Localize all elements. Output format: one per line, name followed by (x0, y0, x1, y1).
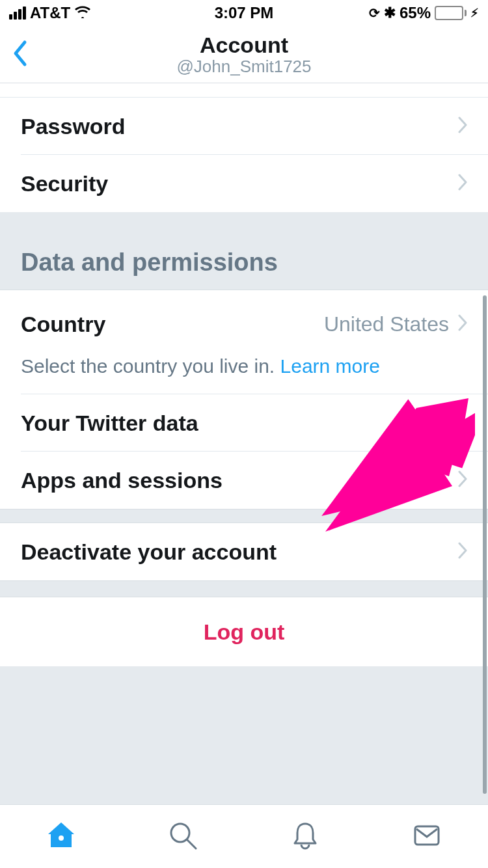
status-time: 3:07 PM (215, 4, 274, 22)
row-your-twitter-data[interactable]: Your Twitter data (0, 394, 488, 452)
tab-bar (0, 804, 488, 868)
status-bar: AT&T 3:07 PM ⟳ ✱ 65% ⚡︎ (0, 0, 488, 26)
tab-messages[interactable] (410, 819, 444, 855)
home-icon (44, 819, 78, 852)
tab-search[interactable] (166, 819, 200, 855)
svg-rect-6 (415, 826, 439, 845)
cellular-signal-icon (9, 7, 26, 20)
nav-header: Account @John_Smit1725 (0, 26, 488, 83)
chevron-right-icon (458, 470, 467, 490)
orientation-lock-icon: ⟳ (369, 5, 380, 21)
tab-notifications[interactable] (288, 819, 322, 855)
row-label: Password (21, 114, 126, 139)
row-deactivate-account[interactable]: Deactivate your account (0, 523, 488, 580)
group-data-permissions: Country United States Select the country… (0, 290, 488, 509)
svg-point-3 (59, 835, 64, 841)
row-label: Security (21, 171, 108, 197)
chevron-right-icon (458, 174, 467, 193)
group-login: Password Security (0, 98, 488, 212)
content-scroll[interactable]: Password Security Data and permissions C… (0, 83, 488, 804)
row-country[interactable]: Country United States (0, 290, 488, 344)
page-subtitle: @John_Smit1725 (176, 57, 311, 77)
status-left: AT&T (9, 4, 91, 22)
country-helper-text: Select the country you live in. Learn mo… (0, 344, 488, 394)
logout-label: Log out (204, 619, 285, 645)
svg-line-5 (187, 840, 196, 848)
search-icon (166, 819, 200, 852)
chevron-left-icon (12, 40, 27, 67)
mail-icon (410, 819, 444, 852)
chevron-right-icon (458, 314, 467, 334)
charging-icon: ⚡︎ (470, 6, 479, 20)
row-value: United States (324, 312, 449, 336)
scroll-indicator (483, 295, 487, 794)
learn-more-link[interactable]: Learn more (280, 355, 380, 377)
carrier-label: AT&T (30, 4, 70, 22)
wifi-icon (74, 4, 91, 22)
page-title: Account (176, 33, 311, 58)
row-label: Your Twitter data (21, 411, 198, 436)
bluetooth-icon: ✱ (384, 5, 396, 21)
svg-point-4 (171, 824, 189, 842)
spacer (0, 509, 488, 523)
chevron-right-icon (458, 116, 467, 136)
row-label: Deactivate your account (21, 539, 277, 565)
row-password[interactable]: Password (0, 98, 488, 155)
nav-title-wrap: Account @John_Smit1725 (176, 33, 311, 77)
group-deactivate: Deactivate your account (0, 523, 488, 580)
row-label: Apps and sessions (21, 468, 223, 493)
battery-percent: 65% (400, 4, 431, 22)
bell-icon (288, 819, 322, 852)
section-header-data-permissions: Data and permissions (0, 212, 488, 290)
spacer (0, 580, 488, 597)
chevron-right-icon (458, 542, 467, 562)
row-apps-and-sessions[interactable]: Apps and sessions (0, 452, 488, 509)
row-label: Country (21, 312, 105, 337)
row-security[interactable]: Security (0, 155, 488, 212)
battery-icon (435, 6, 467, 20)
chevron-right-icon (458, 413, 467, 433)
helper-text: Select the country you live in. (21, 355, 280, 377)
row-logout[interactable]: Log out (0, 597, 488, 666)
tab-home[interactable] (44, 819, 78, 855)
status-right: ⟳ ✱ 65% ⚡︎ (369, 4, 479, 22)
empty-area (0, 666, 488, 804)
back-button[interactable] (12, 40, 27, 70)
group-top-sliver (0, 83, 488, 98)
